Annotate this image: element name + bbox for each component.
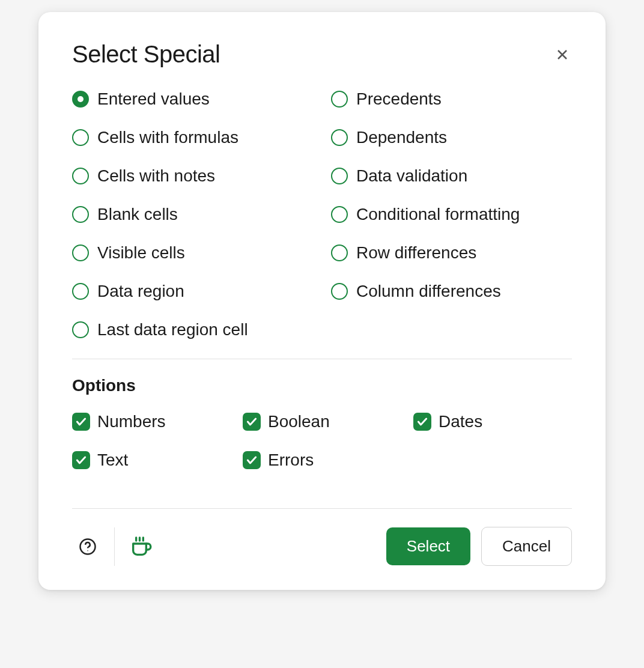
- coffee-icon: [129, 535, 153, 559]
- cancel-button[interactable]: Cancel: [481, 527, 572, 566]
- radio-entered-values[interactable]: Entered values: [72, 90, 313, 109]
- help-icon: [79, 538, 97, 556]
- checkbox-numbers[interactable]: Numbers: [72, 412, 231, 431]
- radio-icon: [72, 168, 89, 184]
- checkbox-label: Dates: [439, 412, 482, 431]
- checkbox-icon: [243, 451, 261, 469]
- radio-column-differences[interactable]: Column differences: [331, 282, 572, 301]
- dialog-footer: Select Cancel: [72, 508, 572, 566]
- radio-label: Cells with formulas: [97, 128, 238, 147]
- radio-label: Data validation: [356, 166, 467, 186]
- radio-visible-cells[interactable]: Visible cells: [72, 243, 313, 263]
- radio-label: Blank cells: [97, 205, 178, 224]
- radio-label: Cells with notes: [97, 166, 215, 186]
- footer-left: [72, 527, 157, 566]
- checkbox-icon: [72, 413, 90, 431]
- coffee-button[interactable]: [126, 531, 157, 562]
- checkbox-icon: [72, 451, 90, 469]
- checkbox-text[interactable]: Text: [72, 451, 231, 470]
- radio-icon: [72, 129, 89, 146]
- radio-icon: [331, 129, 348, 146]
- dialog-title: Select Special: [72, 41, 220, 68]
- select-button[interactable]: Select: [386, 527, 470, 565]
- close-button[interactable]: [553, 45, 572, 64]
- radio-icon: [72, 321, 89, 338]
- checkbox-dates[interactable]: Dates: [413, 412, 572, 431]
- radio-precedents[interactable]: Precedents: [331, 90, 572, 109]
- radio-label: Column differences: [356, 282, 501, 301]
- radio-icon: [72, 91, 89, 108]
- select-special-dialog: Select Special Entered values Cells with…: [38, 12, 606, 590]
- checkbox-label: Numbers: [97, 412, 166, 431]
- radio-data-validation[interactable]: Data validation: [331, 166, 572, 186]
- options-checkboxes: Numbers Boolean Dates Text Errors: [72, 412, 572, 470]
- radio-label: Last data region cell: [97, 320, 248, 339]
- section-divider: [72, 359, 572, 359]
- radio-label: Dependents: [356, 128, 447, 147]
- radio-icon: [331, 91, 348, 108]
- dialog-header: Select Special: [72, 41, 572, 68]
- checkbox-icon: [413, 413, 431, 431]
- svg-point-1: [87, 550, 88, 551]
- selection-type-radios: Entered values Cells with formulas Cells…: [72, 90, 572, 339]
- radio-data-region[interactable]: Data region: [72, 282, 313, 301]
- radio-icon: [331, 206, 348, 223]
- radio-icon: [331, 283, 348, 300]
- radio-icon: [331, 244, 348, 261]
- checkbox-boolean[interactable]: Boolean: [243, 412, 401, 431]
- radio-label: Entered values: [97, 90, 210, 109]
- checkbox-errors[interactable]: Errors: [243, 451, 401, 470]
- radio-icon: [331, 168, 348, 184]
- radio-cells-with-formulas[interactable]: Cells with formulas: [72, 128, 313, 147]
- radio-label: Row differences: [356, 243, 476, 263]
- radio-label: Visible cells: [97, 243, 185, 263]
- checkbox-label: Boolean: [268, 412, 330, 431]
- help-button[interactable]: [72, 531, 103, 562]
- radio-row-differences[interactable]: Row differences: [331, 243, 572, 263]
- radio-dependents[interactable]: Dependents: [331, 128, 572, 147]
- close-icon: [555, 47, 570, 62]
- checkbox-label: Errors: [268, 451, 314, 470]
- checkbox-icon: [243, 413, 261, 431]
- radio-icon: [72, 206, 89, 223]
- checkbox-label: Text: [97, 451, 128, 470]
- radio-icon: [72, 244, 89, 261]
- radio-label: Precedents: [356, 90, 442, 109]
- radio-conditional-formatting[interactable]: Conditional formatting: [331, 205, 572, 224]
- radio-label: Conditional formatting: [356, 205, 520, 224]
- radio-last-data-region-cell[interactable]: Last data region cell: [72, 320, 313, 339]
- radio-icon: [72, 283, 89, 300]
- radio-cells-with-notes[interactable]: Cells with notes: [72, 166, 313, 186]
- radio-label: Data region: [97, 282, 184, 301]
- radio-blank-cells[interactable]: Blank cells: [72, 205, 313, 224]
- vertical-divider: [114, 527, 115, 566]
- options-heading: Options: [72, 376, 572, 395]
